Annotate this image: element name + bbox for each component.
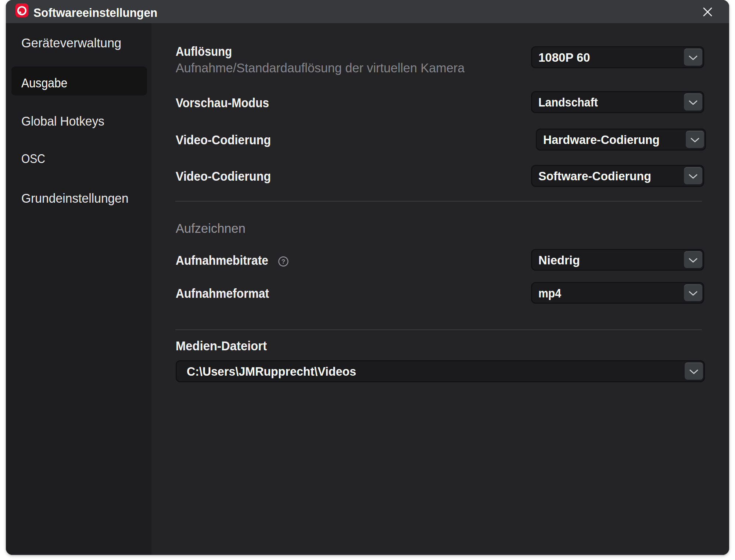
svg-text:?: ? (282, 258, 285, 265)
